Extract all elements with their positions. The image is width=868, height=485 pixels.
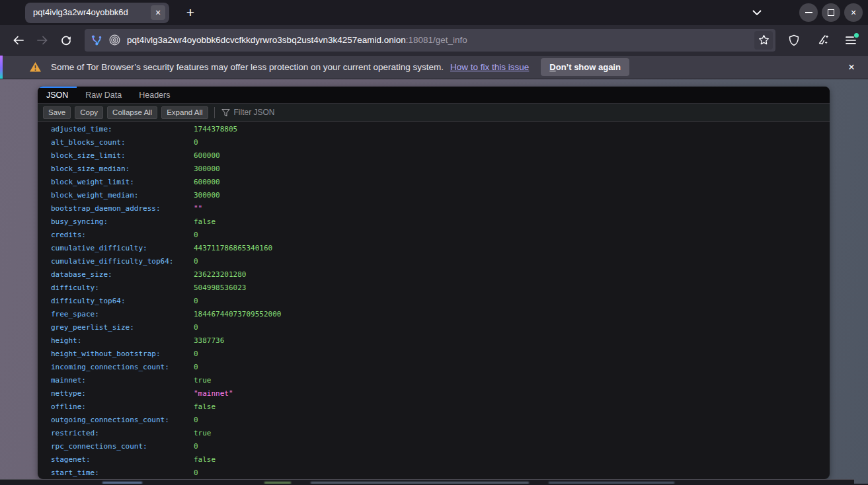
json-value: false	[194, 453, 216, 466]
filter-json-input[interactable]	[234, 108, 432, 117]
json-value: 18446744073709552000	[194, 308, 281, 321]
json-value: 300000	[194, 163, 220, 176]
window-minimize-button[interactable]	[799, 3, 818, 22]
json-key[interactable]: restricted:	[51, 427, 194, 440]
json-viewer-tabs: JSON Raw Data Headers	[38, 87, 830, 104]
tab-headers[interactable]: Headers	[130, 87, 178, 103]
json-key[interactable]: mainnet:	[51, 374, 194, 387]
json-value: false	[194, 400, 216, 414]
tab-title: pqt4ivlg3a2wr4oyobbk6d	[33, 7, 148, 19]
json-value: 0	[194, 321, 198, 334]
json-row: nettype:"mainnet"	[38, 387, 830, 400]
json-value: 600000	[194, 149, 220, 163]
json-value: 0	[194, 361, 198, 374]
warning-icon	[29, 61, 42, 73]
json-key[interactable]: credits:	[51, 229, 194, 242]
json-key[interactable]: block_size_limit:	[51, 149, 194, 163]
json-row: alt_blocks_count:0	[38, 136, 830, 149]
json-key[interactable]: cumulative_difficulty:	[51, 242, 194, 255]
json-key[interactable]: bootstrap_daemon_address:	[51, 202, 194, 215]
json-viewer-panel: JSON Raw Data Headers Save Copy Collapse…	[38, 87, 830, 479]
dont-show-again-button[interactable]: Don’t show again	[541, 58, 629, 76]
collapse-all-button[interactable]: Collapse All	[107, 106, 157, 119]
tor-circuit-icon[interactable]	[91, 34, 102, 46]
json-value: ""	[194, 202, 202, 215]
navigation-toolbar: pqt4ivlg3a2wr4oyobbk6dcvcfkkdyrwro3sbq2u…	[0, 25, 868, 56]
json-key[interactable]: block_weight_median:	[51, 189, 194, 202]
json-viewer-toolbar: Save Copy Collapse All Expand All	[38, 104, 830, 122]
json-row: outgoing_connections_count:0	[38, 414, 830, 427]
json-key[interactable]: busy_syncing:	[51, 215, 194, 229]
json-row: database_size:236223201280	[38, 268, 830, 281]
list-all-tabs-button[interactable]	[748, 3, 766, 22]
json-key[interactable]: outgoing_connections_count:	[51, 414, 194, 427]
json-row: restricted:true	[38, 427, 830, 440]
json-key[interactable]: block_weight_limit:	[51, 176, 194, 189]
json-row: busy_syncing:false	[38, 215, 830, 229]
json-value: 600000	[194, 176, 220, 189]
browser-tab[interactable]: pqt4ivlg3a2wr4oyobbk6d ×	[25, 3, 169, 23]
forward-button[interactable]	[32, 30, 53, 51]
reload-button[interactable]	[56, 30, 77, 51]
tab-close-icon[interactable]: ×	[151, 5, 165, 20]
json-key[interactable]: block_size_median:	[51, 163, 194, 176]
json-row: mainnet:true	[38, 374, 830, 387]
json-value: 0	[194, 229, 198, 242]
forward-icon	[37, 36, 48, 45]
tab-raw-data[interactable]: Raw Data	[77, 87, 130, 103]
json-rows: adjusted_time:1744378805alt_blocks_count…	[38, 122, 830, 479]
back-button[interactable]	[8, 30, 29, 51]
copy-button[interactable]: Copy	[75, 106, 103, 119]
json-key[interactable]: start_time:	[51, 466, 194, 479]
bookmark-button[interactable]	[754, 31, 773, 50]
security-level-button[interactable]	[783, 30, 805, 51]
json-key[interactable]: grey_peerlist_size:	[51, 321, 194, 334]
how-to-fix-link[interactable]: How to fix this issue	[450, 62, 529, 72]
url-text[interactable]: pqt4ivlg3a2wr4oyobbk6dcvcfkkdyrwro3sbq2u…	[127, 35, 754, 45]
json-value: 300000	[194, 189, 220, 202]
json-key[interactable]: free_space:	[51, 308, 194, 321]
json-row: block_size_limit:600000	[38, 149, 830, 163]
chevron-down-icon	[752, 10, 762, 15]
star-icon	[758, 34, 769, 46]
json-key[interactable]: height_without_bootstrap:	[51, 348, 194, 361]
app-menu-button[interactable]	[840, 30, 861, 51]
dont-show-again-label: Don’t show again	[549, 62, 621, 72]
window-maximize-button[interactable]	[822, 3, 840, 22]
json-value: 0	[194, 348, 198, 361]
json-key[interactable]: height:	[51, 334, 194, 348]
json-value: true	[194, 374, 212, 387]
json-key[interactable]: nettype:	[51, 387, 194, 400]
tab-json[interactable]: JSON	[38, 87, 77, 103]
json-value: 1744378805	[194, 123, 237, 136]
url-path: :18081/get_info	[406, 35, 467, 45]
json-value: 0	[194, 466, 198, 479]
json-key[interactable]: difficulty_top64:	[51, 295, 194, 308]
json-key[interactable]: rpc_connections_count:	[51, 440, 194, 453]
save-button[interactable]: Save	[43, 106, 71, 119]
window-close-button[interactable]: ×	[844, 3, 863, 22]
json-row: adjusted_time:1744378805	[38, 123, 830, 136]
json-key[interactable]: incoming_connections_count:	[51, 361, 194, 374]
reload-icon	[61, 35, 71, 46]
json-key[interactable]: cumulative_difficulty_top64:	[51, 255, 194, 268]
json-row: grey_peerlist_size:0	[38, 321, 830, 334]
onion-site-icon[interactable]	[109, 34, 120, 46]
new-tab-button[interactable]: +	[181, 3, 200, 22]
new-identity-button[interactable]	[812, 30, 834, 51]
json-value: 0	[194, 255, 198, 268]
json-key[interactable]: offline:	[51, 400, 194, 414]
json-key[interactable]: alt_blocks_count:	[51, 136, 194, 149]
json-key[interactable]: stagenet:	[51, 453, 194, 466]
url-bar[interactable]: pqt4ivlg3a2wr4oyobbk6dcvcfkkdyrwro3sbq2u…	[85, 29, 775, 52]
json-key[interactable]: database_size:	[51, 268, 194, 281]
json-row: block_weight_median:300000	[38, 189, 830, 202]
json-value: true	[194, 427, 212, 440]
json-value: 0	[194, 440, 198, 453]
json-key[interactable]: adjusted_time:	[51, 123, 194, 136]
notification-close-icon[interactable]: ×	[843, 59, 860, 76]
menu-notification-badge	[854, 33, 859, 38]
json-key[interactable]: difficulty:	[51, 281, 194, 295]
window-maximize-icon	[828, 9, 834, 16]
expand-all-button[interactable]: Expand All	[161, 106, 208, 119]
